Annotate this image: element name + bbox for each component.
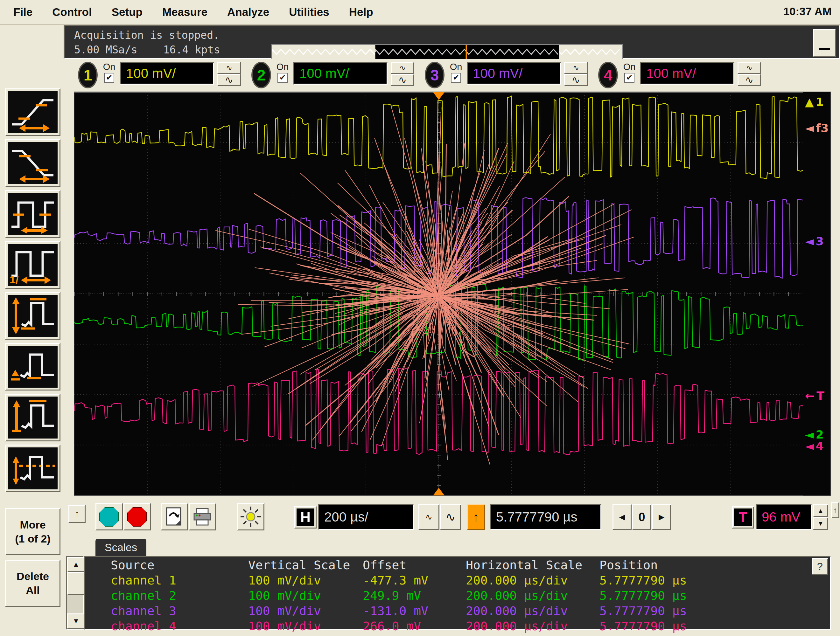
print-button[interactable] bbox=[189, 503, 216, 531]
delete-all-label-2: All bbox=[26, 583, 39, 597]
timebase-decrease-button[interactable]: ∿ bbox=[418, 504, 439, 530]
channel-1-scale-field[interactable]: 100 mV/ bbox=[120, 62, 214, 85]
horizontal-position-field[interactable]: 5.7777790 µs bbox=[490, 504, 602, 530]
channel-3-scale-field[interactable]: 100 mV/ bbox=[467, 62, 561, 85]
header-vertical-scale: Vertical Scale bbox=[248, 558, 350, 572]
channel-1-probe-button[interactable]: ∿ bbox=[217, 74, 241, 86]
horizontal-toolbar: ↑ H 200 µs/ ∿ ∿ ↑ 5.7777790 µs ◄ 0 ► T 9… bbox=[64, 499, 840, 537]
menu-utilities[interactable]: Utilities bbox=[289, 6, 329, 19]
sample-rate: 5.00 MSa/s bbox=[74, 44, 137, 56]
scrollbar-down-button[interactable]: ▼ bbox=[67, 614, 85, 629]
menu-help[interactable]: Help bbox=[349, 6, 373, 19]
trigger-time-marker-top[interactable] bbox=[433, 92, 445, 100]
channel-4-probe-button[interactable]: ∿ bbox=[737, 74, 761, 86]
marker-left-arrow-icon: ← bbox=[805, 389, 815, 402]
function-f3-reference-marker[interactable]: ◄f3 bbox=[805, 121, 829, 134]
delete-all-button[interactable]: Delete All bbox=[5, 560, 60, 607]
scrollbar-up-button[interactable]: ▲ bbox=[67, 557, 85, 572]
screen-copy-button[interactable] bbox=[161, 503, 188, 531]
minimize-icon bbox=[819, 48, 830, 50]
more-page-indicator: (1 of 2) bbox=[15, 532, 50, 546]
measure-v-amplitude-button[interactable] bbox=[5, 445, 60, 492]
menu-setup[interactable]: Setup bbox=[112, 6, 142, 19]
menu-analyze[interactable]: Analyze bbox=[227, 6, 269, 19]
header-offset: Offset bbox=[363, 558, 406, 572]
position-zero-button[interactable]: 0 bbox=[632, 504, 651, 530]
memory-depth: 16.4 kpts bbox=[163, 44, 220, 56]
channel-2-reference-marker[interactable]: ◄2 bbox=[805, 428, 824, 441]
trigger-time-marker-bottom[interactable] bbox=[433, 488, 445, 496]
channel-2-on-checkbox[interactable]: ✔ bbox=[278, 73, 287, 83]
position-right-button[interactable]: ► bbox=[652, 504, 671, 530]
measure-fall-time-button[interactable] bbox=[5, 139, 60, 187]
run-button[interactable] bbox=[95, 503, 123, 531]
trigger-level-spinner: ▲ ▼ bbox=[813, 504, 828, 530]
channel-4-on-checkbox[interactable]: ✔ bbox=[624, 73, 635, 83]
stop-icon bbox=[127, 507, 147, 527]
trigger-level-marker[interactable]: ←T bbox=[805, 389, 824, 402]
menu-file[interactable]: File bbox=[13, 6, 32, 19]
table-row-channel-4[interactable]: channel 4 100 mV/div 266.0 mV 200.000 µs… bbox=[85, 619, 830, 634]
channel-2-badge[interactable]: 2 bbox=[251, 62, 271, 88]
channel-4-badge[interactable]: 4 bbox=[598, 62, 618, 88]
channel-4-scale-field[interactable]: 100 mV/ bbox=[640, 62, 734, 85]
fall-time-icon bbox=[8, 142, 58, 184]
table-row-channel-1[interactable]: channel 1 100 mV/div -477.3 mV 200.000 µ… bbox=[85, 573, 830, 588]
minimize-button[interactable] bbox=[813, 29, 836, 57]
help-button[interactable]: ? bbox=[812, 558, 828, 575]
scroll-up-right-button[interactable]: ↑ bbox=[831, 502, 839, 518]
scales-tab[interactable]: Scales bbox=[95, 539, 146, 556]
measure-rise-time-button[interactable] bbox=[5, 88, 60, 136]
channel-4-coupling-button[interactable]: ∿ bbox=[737, 62, 761, 74]
acquisition-preview-bar[interactable] bbox=[272, 44, 623, 60]
horizontal-key[interactable]: H bbox=[294, 506, 317, 529]
period-icon: 1/ bbox=[8, 244, 58, 286]
channel-1-coupling-button[interactable]: ∿ bbox=[217, 62, 241, 74]
more-button[interactable]: More (1 of 2) bbox=[5, 508, 60, 555]
channel-3-on-checkbox[interactable]: ✔ bbox=[451, 73, 461, 83]
channel-1-on-checkbox[interactable]: ✔ bbox=[104, 73, 114, 83]
stop-button[interactable] bbox=[123, 503, 151, 531]
trigger-position-button[interactable]: ↑ bbox=[467, 504, 485, 530]
scrollbar-thumb[interactable] bbox=[67, 572, 85, 595]
channel-2-probe-button[interactable]: ∿ bbox=[391, 74, 414, 86]
trigger-level-up-button[interactable]: ▲ bbox=[813, 504, 828, 517]
display-brightness-button[interactable] bbox=[237, 503, 264, 531]
trigger-level-field[interactable]: 96 mV bbox=[756, 504, 812, 530]
channel-4-reference-marker[interactable]: ◄4 bbox=[805, 439, 824, 452]
screen-copy-icon bbox=[164, 507, 185, 527]
trigger-key[interactable]: T bbox=[732, 506, 754, 529]
channel-3-reference-marker[interactable]: ◄3 bbox=[805, 235, 824, 248]
table-row-channel-3[interactable]: channel 3 100 mV/div -131.0 mV 200.000 µ… bbox=[85, 604, 830, 619]
measure-plus-width-button[interactable] bbox=[5, 190, 60, 238]
menu-measure[interactable]: Measure bbox=[162, 6, 207, 19]
menu-control[interactable]: Control bbox=[52, 6, 92, 19]
position-left-button[interactable]: ◄ bbox=[613, 504, 632, 530]
v-min-icon bbox=[8, 346, 58, 388]
measure-period-button[interactable]: 1/ bbox=[5, 241, 60, 289]
marker-left-arrow-icon: ◄ bbox=[805, 121, 814, 134]
measure-v-max-button[interactable] bbox=[5, 394, 60, 441]
channel-1-on-label: On bbox=[100, 62, 118, 72]
channel-1-reference-marker[interactable]: ▲1 bbox=[805, 95, 824, 109]
waveform-canvas[interactable] bbox=[74, 92, 803, 496]
scroll-up-left-button[interactable]: ↑ bbox=[68, 505, 85, 523]
more-label: More bbox=[20, 518, 46, 532]
marker-left-arrow-icon: ◄ bbox=[805, 439, 814, 452]
timebase-increase-button[interactable]: ∿ bbox=[440, 504, 461, 530]
table-row-channel-2[interactable]: channel 2 100 mV/div 249.9 mV 200.000 µs… bbox=[85, 589, 830, 603]
timebase-field[interactable]: 200 µs/ bbox=[318, 504, 414, 530]
plus-width-icon bbox=[8, 193, 58, 235]
marker-up-arrow-icon: ▲ bbox=[805, 95, 814, 109]
channel-1-badge[interactable]: 1 bbox=[78, 62, 98, 88]
trigger-level-down-button[interactable]: ▼ bbox=[813, 517, 828, 530]
header-horizontal-scale: Horizontal Scale bbox=[466, 558, 582, 572]
brightness-icon bbox=[240, 506, 262, 527]
measure-peak-peak-button[interactable] bbox=[5, 292, 60, 340]
channel-3-coupling-button[interactable]: ∿ bbox=[564, 62, 588, 74]
channel-2-coupling-button[interactable]: ∿ bbox=[391, 62, 414, 74]
channel-3-badge[interactable]: 3 bbox=[425, 62, 445, 88]
measure-v-min-button[interactable] bbox=[5, 343, 60, 390]
channel-3-probe-button[interactable]: ∿ bbox=[564, 74, 588, 86]
channel-2-scale-field[interactable]: 100 mV/ bbox=[294, 62, 388, 85]
